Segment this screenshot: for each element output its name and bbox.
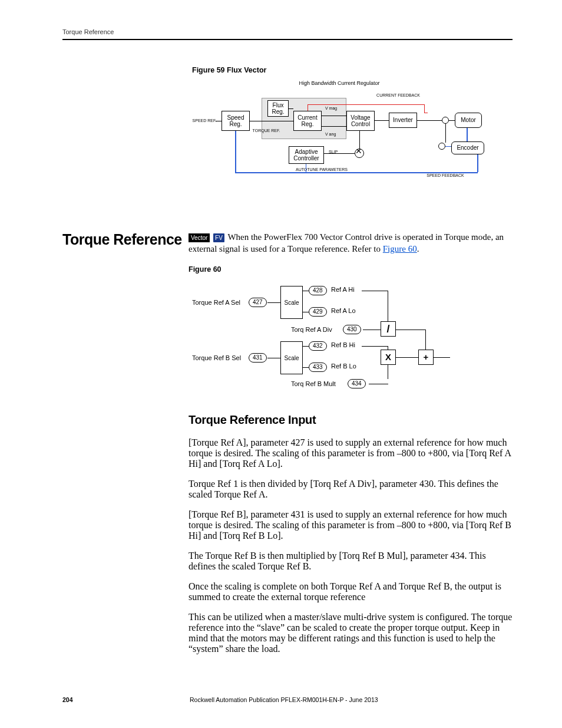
running-head: Torque Reference [62,28,513,35]
section-heading: Torque Reference [62,231,189,248]
scale-a-block: Scale [280,286,303,319]
param-430: 430 [343,325,361,334]
voltage-control-block: Voltage Control [346,111,375,131]
param-432: 432 [309,341,327,351]
param-427: 427 [249,298,267,307]
torq-ref-a-div-label: Torq Ref A Div [291,326,332,333]
intro-paragraph: Vector FV When the PowerFlex 700 Vector … [189,231,513,255]
param-434: 434 [348,379,366,388]
vector-tag: Vector [189,233,210,243]
vang-label: V ang [325,132,336,137]
param-429: 429 [309,307,327,317]
ref-a-lo-label: Ref A Lo [331,307,356,314]
adaptive-block: Adaptive Controller [289,146,324,164]
param-431: 431 [249,353,267,363]
para-2: Torque Ref 1 is then divided by [Torq Re… [189,479,513,500]
ref-b-lo-label: Ref B Lo [331,363,356,370]
page-number: 204 [62,696,73,703]
inverter-block: Inverter [389,113,417,128]
figure-59-caption: Figure 59 Flux Vector [192,66,513,74]
motor-block: Motor [455,113,482,128]
speed-reg-block: Speed Reg. [222,111,250,131]
figure-60: Torque Ref A Sel 427 Scale 428 Ref A Hi … [192,284,451,396]
para-6: This can be utilized when a master/slave… [189,612,513,654]
divide-op: / [381,321,396,337]
fv-tag: FV [213,233,224,243]
encoder-node [438,143,445,150]
figure-60-link[interactable]: Figure 60 [383,244,417,253]
autotune-label: AUTOTUNE PARAMETERS [286,167,357,172]
para-5: Once the scaling is complete on both Tor… [189,581,513,602]
param-428: 428 [309,286,327,295]
ref-a-hi-label: Ref A Hi [331,286,355,293]
param-433: 433 [309,363,327,372]
intro-text: When the PowerFlex 700 Vector Control dr… [189,232,504,253]
figure-59: High Bandwidth Current Regulator SPEED R… [192,80,513,198]
figure-60-caption: Figure 60 [189,265,513,275]
add-op: + [418,350,434,365]
motor-node [442,117,449,124]
current-reg-block: Current Reg. [293,111,322,131]
torque-ref-label: TORQUE REF. [251,129,282,133]
encoder-block: Encoder [451,141,484,154]
current-feedback-label: CURRENT FEEDBACK [369,93,428,98]
publication-info: Rockwell Automation Publication PFLEX-RM… [190,696,378,703]
speed-feedback-label: SPEED FEEDBACK [416,173,475,178]
vmag-label: V mag [325,106,337,111]
multiply-op: X [381,350,396,365]
torq-ref-b-mult-label: Torq Ref B Mult [291,380,336,387]
para-3: [Torque Ref B], parameter 431 is used to… [189,509,513,541]
torque-ref-b-sel-label: Torque Ref B Sel [192,354,241,361]
speed-ref-label: SPEED REF. [192,118,217,123]
para-1: [Torque Ref A], parameter 427 is used to… [189,437,513,469]
ref-b-hi-label: Ref B Hi [331,341,355,348]
header-rule [62,39,513,40]
hb-label: High Bandwidth Current Regulator [280,80,398,86]
para-4: The Torque Ref B is then multiplied by [… [189,551,513,572]
scale-b-block: Scale [280,341,303,374]
torque-ref-a-sel-label: Torque Ref A Sel [192,299,240,306]
flux-reg-block: Flux Reg. [267,100,289,117]
subheading: Torque Reference Input [189,413,513,427]
page-footer: 204 Rockwell Automation Publication PFLE… [62,696,513,703]
